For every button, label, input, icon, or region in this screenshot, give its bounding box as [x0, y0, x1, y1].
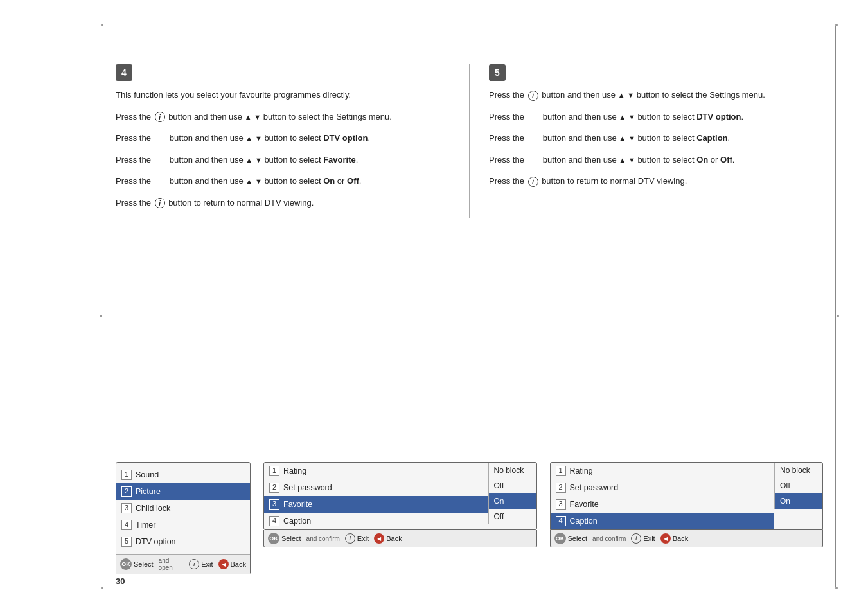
menu3-item-setpw[interactable]: 2 Set password	[551, 479, 775, 496]
page-border-left	[103, 26, 103, 587]
step5-column: 5 Press the i button and then use ▲ ▼ bu…	[470, 64, 823, 218]
menu1-num-1: 1	[121, 470, 132, 480]
menu2-sub-noblk: No block	[489, 463, 536, 478]
menu3-sub-off-label: Off	[780, 480, 790, 492]
menu3-sub-on-label: On	[780, 495, 790, 507]
menu3-label-rating: Rating	[570, 465, 593, 477]
menu3-back-btn: ◀ Back	[660, 533, 688, 544]
arrow-up-s5l1: ▲	[618, 91, 625, 99]
arrow-up-s4l1: ▲	[245, 113, 252, 121]
menu2-num-2: 2	[269, 483, 279, 493]
info-icon-exit-1: i	[189, 559, 199, 569]
step5-line5: Press the i button to return to normal D…	[489, 175, 823, 188]
corner-dot-br	[835, 587, 838, 589]
step4-favorite: Favorite	[323, 155, 356, 164]
menu2-container: 1 Rating 2 Set password 3 Favorite 4 Cap…	[263, 462, 537, 547]
info-icon-exit-3: i	[631, 533, 641, 544]
step5-on: On	[696, 155, 708, 164]
menu1-footer: OK Select and open i Exit ◀ Back	[116, 554, 250, 574]
menu2-box: 1 Rating 2 Set password 3 Favorite 4 Cap…	[263, 462, 537, 530]
menu2-sub-on: On	[489, 493, 536, 509]
menu2-item-rating[interactable]: 1 Rating	[264, 463, 488, 479]
arrow-down-s5l2: ▼	[628, 113, 635, 121]
step4-badge: 4	[116, 64, 132, 81]
menu1-back-btn: ◀ Back	[218, 559, 246, 569]
menu1-num-4: 4	[121, 520, 132, 530]
menu3-select-label: Select	[568, 535, 588, 542]
menu3-label-favorite: Favorite	[570, 498, 599, 511]
menu3-confirm-label: and confirm	[592, 535, 626, 542]
menu3-sub-noblk: No block	[775, 463, 822, 478]
menu1-exit-btn: i Exit	[189, 559, 213, 569]
menu3-sub-on: On	[775, 493, 822, 509]
menu2-item-favorite[interactable]: 3 Favorite	[264, 496, 488, 513]
menu1-items: 1 Sound 2 Picture 3 Child lock 4 Timer 5…	[116, 463, 250, 554]
menu2-num-1: 1	[269, 466, 279, 476]
menu3-label-setpw: Set password	[570, 481, 619, 494]
menu2-select-label: Select	[281, 535, 301, 542]
arrow-down-s5l3: ▼	[628, 134, 635, 142]
arrow-up-s5l4: ▲	[619, 156, 626, 164]
menu2-items: 1 Rating 2 Set password 3 Favorite 4 Cap…	[264, 463, 488, 529]
menu2-suboptions: No block Off On Off	[488, 463, 536, 524]
menu3-num-1: 1	[556, 466, 566, 476]
step4-off: Off	[347, 176, 359, 186]
info-icon-exit-2: i	[345, 533, 355, 544]
back-icon-3: ◀	[660, 533, 671, 544]
step5-dtv: DTV option	[696, 112, 741, 121]
ok-icon-2: OK	[268, 533, 279, 544]
step5-line2: Press the button and then use ▲ ▼ button…	[489, 111, 823, 123]
menu3-num-3: 3	[556, 499, 566, 510]
arrow-down-s5l4: ▼	[628, 156, 635, 164]
menu3-item-caption[interactable]: 4 Caption	[551, 513, 775, 529]
page-number: 30	[116, 576, 125, 586]
menu1-box: 1 Sound 2 Picture 3 Child lock 4 Timer 5…	[116, 462, 251, 574]
menu1-item-timer[interactable]: 4 Timer	[116, 517, 250, 533]
step5-off: Off	[720, 155, 732, 164]
menu2-sub-off-label: Off	[494, 480, 504, 492]
menu3-exit-btn: i Exit	[631, 533, 655, 544]
ok-icon-1: OK	[120, 558, 132, 570]
menu2-sub-off: Off	[489, 478, 536, 493]
menu1-item-childlock[interactable]: 3 Child lock	[116, 500, 250, 517]
step4-column: 4 This function lets you select your fav…	[116, 64, 470, 218]
menu3-num-2: 2	[556, 483, 566, 493]
menu3-sub-off: Off	[775, 478, 822, 493]
menu2-sub-on-label: On	[494, 495, 504, 507]
menu1-item-dtvoption[interactable]: 5 DTV option	[116, 533, 250, 550]
menus-area: 1 Sound 2 Picture 3 Child lock 4 Timer 5…	[116, 462, 823, 574]
menu3-suboptions: No block Off On	[774, 463, 822, 509]
side-dot-right	[837, 315, 839, 317]
menu3-items: 1 Rating 2 Set password 3 Favorite 4 Cap…	[551, 463, 775, 529]
menu2-item-setpw[interactable]: 2 Set password	[264, 479, 488, 496]
arrow-down-s5l1: ▼	[627, 91, 634, 99]
arrow-up-s4l3: ▲	[245, 156, 252, 164]
menu1-back-label: Back	[231, 560, 246, 568]
menu2-back-btn: ◀ Back	[374, 533, 402, 544]
step5-line4: Press the button and then use ▲ ▼ button…	[489, 154, 823, 166]
menu1-item-sound[interactable]: 1 Sound	[116, 466, 250, 483]
menu3-footer: OK Select and confirm i Exit ◀ Back	[550, 530, 824, 547]
menu1-item-picture[interactable]: 2 Picture	[116, 483, 250, 500]
menu2-num-4: 4	[269, 516, 279, 526]
info-icon-s5l5: i	[528, 177, 538, 187]
corner-dot-bl	[101, 587, 103, 589]
menu2-select-btn: OK Select	[268, 533, 301, 544]
info-icon-s5l1: i	[528, 91, 538, 101]
menu3-label-caption: Caption	[570, 515, 598, 528]
menu2-sub-off2-label: Off	[494, 511, 504, 522]
menu2-item-caption[interactable]: 4 Caption	[264, 513, 488, 529]
menu1-open-label: and open	[159, 557, 184, 571]
step4-line2: Press the button and then use ▲ ▼ button…	[116, 132, 450, 145]
menu3-item-rating[interactable]: 1 Rating	[551, 463, 775, 479]
info-icon-s4l1: i	[155, 112, 165, 122]
step4-line3: Press the button and then use ▲ ▼ button…	[116, 154, 450, 166]
arrow-up-s4l4: ▲	[245, 177, 252, 185]
menu1-select-label: Select	[134, 560, 154, 568]
page-border-right	[835, 26, 836, 587]
menu1-label-picture: Picture	[136, 485, 161, 498]
menu2-label-rating: Rating	[283, 465, 306, 477]
arrow-down-s4l4: ▼	[255, 177, 262, 185]
menu3-item-favorite[interactable]: 3 Favorite	[551, 496, 775, 513]
menu1-exit-label: Exit	[201, 560, 213, 568]
